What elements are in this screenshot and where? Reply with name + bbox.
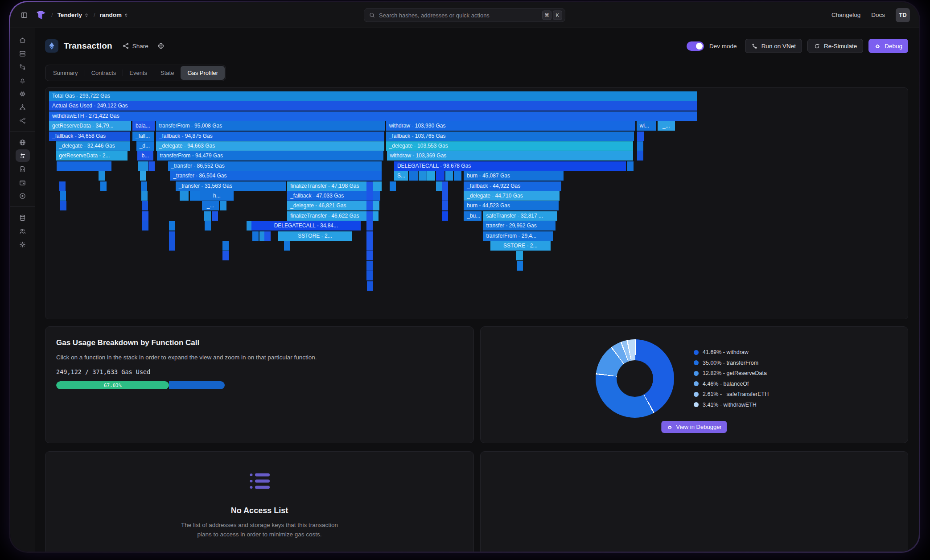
flame-bar-_fallback[interactable]: _fallback - 34,658 Gas xyxy=(49,132,130,141)
flame-bar[interactable] xyxy=(637,141,643,151)
flame-bar-wi[interactable]: wi... xyxy=(637,121,656,131)
flame-bar-sstore[interactable]: SSTORE - 2... xyxy=(278,231,352,241)
flame-bar-_transfer[interactable]: _transfer - 31,563 Gas xyxy=(176,181,286,191)
sidebar-item-settings[interactable] xyxy=(16,238,30,251)
flame-bar[interactable] xyxy=(148,161,155,171)
breadcrumb-item[interactable]: random xyxy=(100,12,129,18)
flame-bar[interactable] xyxy=(142,221,148,231)
flame-bar-transfer[interactable]: transfer - 29,962 Gas xyxy=(483,221,556,231)
flame-bar[interactable] xyxy=(100,181,107,191)
flame-bar-safetransfer[interactable]: safeTransfer - 32,817 ... xyxy=(483,211,557,221)
flame-bar-getreservedata[interactable]: getReserveData - 2... xyxy=(56,151,128,161)
flame-bar[interactable] xyxy=(366,201,373,210)
flame-bar-_transfer[interactable]: _transfer - 86,552 Gas xyxy=(168,161,382,171)
sidebar-toggle-icon[interactable] xyxy=(17,8,31,22)
flame-bar[interactable] xyxy=(212,211,218,221)
flame-bar-h[interactable]: h... xyxy=(200,191,234,201)
flame-bar[interactable] xyxy=(366,191,373,201)
sidebar-item-storage[interactable] xyxy=(16,211,30,224)
sidebar-item-integrations[interactable] xyxy=(16,114,30,127)
flame-bar[interactable] xyxy=(59,181,66,191)
flame-bar[interactable] xyxy=(366,231,373,241)
flame-bar[interactable] xyxy=(419,171,427,181)
flame-bar-withdraw[interactable]: withdraw - 103,930 Gas xyxy=(386,121,635,131)
flame-bar[interactable] xyxy=(169,221,175,231)
tab-summary[interactable]: Summary xyxy=(46,66,85,80)
flame-bar[interactable] xyxy=(169,231,175,241)
flame-bar[interactable] xyxy=(141,181,147,191)
sidebar-item-dashboards[interactable] xyxy=(16,47,30,60)
sidebar-item-transactions-swap[interactable] xyxy=(16,149,30,162)
flame-bar[interactable] xyxy=(442,201,448,210)
flame-bar-_[interactable]: _... xyxy=(202,201,218,210)
docs-link[interactable]: Docs xyxy=(871,12,885,18)
flame-bar[interactable] xyxy=(442,191,448,201)
flame-bar-_transfer[interactable]: _transfer - 86,504 Gas xyxy=(170,171,382,181)
flame-bar-_d[interactable]: _d... xyxy=(136,141,154,151)
flame-bar[interactable] xyxy=(442,211,448,221)
flame-bar[interactable] xyxy=(427,171,435,181)
flame-bar-transferfrom[interactable]: transferFrom - 94,479 Gas xyxy=(157,151,383,161)
flame-bar[interactable] xyxy=(205,221,211,231)
flame-bar-_[interactable]: _... xyxy=(658,121,675,131)
flame-bar-_fall[interactable]: _fall... xyxy=(132,132,154,141)
flame-bar[interactable] xyxy=(141,191,148,201)
flame-bar[interactable] xyxy=(445,171,453,181)
sidebar-item-alerts[interactable] xyxy=(16,74,30,86)
flame-bar[interactable] xyxy=(142,201,148,210)
visibility-globe-button[interactable] xyxy=(157,42,165,49)
flame-bar[interactable] xyxy=(180,191,188,201)
flame-bar[interactable] xyxy=(366,251,373,260)
flame-bar[interactable] xyxy=(99,171,105,181)
flame-bar[interactable] xyxy=(366,211,373,221)
flame-bar-_fallback[interactable]: _fallback - 44,922 Gas xyxy=(464,181,561,191)
flame-bar-_fallback[interactable]: _fallback - 103,765 Gas xyxy=(386,132,634,141)
avatar[interactable]: TD xyxy=(896,8,910,22)
flame-bar[interactable] xyxy=(220,201,226,210)
breadcrumb-project[interactable]: Tenderly xyxy=(58,12,89,18)
tab-contracts[interactable]: Contracts xyxy=(85,66,123,80)
sidebar-item-simulator[interactable] xyxy=(16,61,30,73)
flame-bar[interactable] xyxy=(142,211,148,221)
tab-gas-profiler[interactable]: Gas Profiler xyxy=(181,66,225,80)
flame-bar-withdraw[interactable]: withdraw - 103,369 Gas xyxy=(387,151,633,161)
flame-bar[interactable] xyxy=(140,171,146,181)
flame-bar[interactable] xyxy=(222,241,229,251)
flame-bar[interactable] xyxy=(454,171,461,181)
tab-events[interactable]: Events xyxy=(123,66,154,80)
sidebar-item-explorer[interactable] xyxy=(16,136,30,148)
tenderly-logo[interactable] xyxy=(35,9,47,21)
flame-bar[interactable] xyxy=(366,221,373,231)
sidebar-item-actions[interactable] xyxy=(16,189,30,202)
flame-bar[interactable] xyxy=(637,132,644,141)
flame-bar-total[interactable]: Total Gas - 293,722 Gas xyxy=(49,91,697,101)
sidebar-item-contracts[interactable] xyxy=(16,163,30,175)
flame-bar-_delegate[interactable]: _delegate - 32,446 Gas xyxy=(56,141,130,151)
flame-bar[interactable] xyxy=(436,171,444,181)
run-on-vnet-button[interactable]: Run on VNet xyxy=(745,39,802,53)
sidebar-item-wallets[interactable] xyxy=(16,176,30,189)
flame-bar-bala[interactable]: bala... xyxy=(132,121,155,131)
flame-bar[interactable] xyxy=(284,241,290,251)
flame-bar[interactable] xyxy=(190,191,200,201)
flame-bar[interactable] xyxy=(390,181,396,191)
flame-bar[interactable] xyxy=(627,161,634,171)
flame-bar-burn[interactable]: burn - 44,523 Gas xyxy=(464,201,559,210)
resimulate-button[interactable]: Re-Simulate xyxy=(807,39,863,53)
flame-bar[interactable] xyxy=(366,241,373,251)
flame-bar-_delegate[interactable]: _delegate - 103,553 Gas xyxy=(386,141,633,151)
flame-bar[interactable] xyxy=(252,231,259,241)
flame-bar-delegatecall[interactable]: DELEGATECALL - 98,678 Gas xyxy=(394,161,626,171)
flame-bar[interactable] xyxy=(367,281,373,291)
flame-bar[interactable] xyxy=(517,261,523,271)
flame-bar-_delegate[interactable]: _delegate - 44,710 Gas xyxy=(464,191,560,201)
flame-bar-s[interactable]: S... xyxy=(394,171,408,181)
flame-bar[interactable] xyxy=(222,251,229,260)
flame-bar-_delegate[interactable]: _delegate - 94,663 Gas xyxy=(156,141,384,151)
search-input[interactable]: Search hashes, addresses or quick action… xyxy=(364,8,565,22)
flame-bar[interactable] xyxy=(57,161,111,171)
flame-bar[interactable] xyxy=(366,271,373,280)
flame-bar[interactable] xyxy=(60,201,66,210)
flame-bar-getreservedata[interactable]: getReserveData - 34,79... xyxy=(49,121,131,131)
dev-mode-toggle[interactable] xyxy=(687,41,704,51)
